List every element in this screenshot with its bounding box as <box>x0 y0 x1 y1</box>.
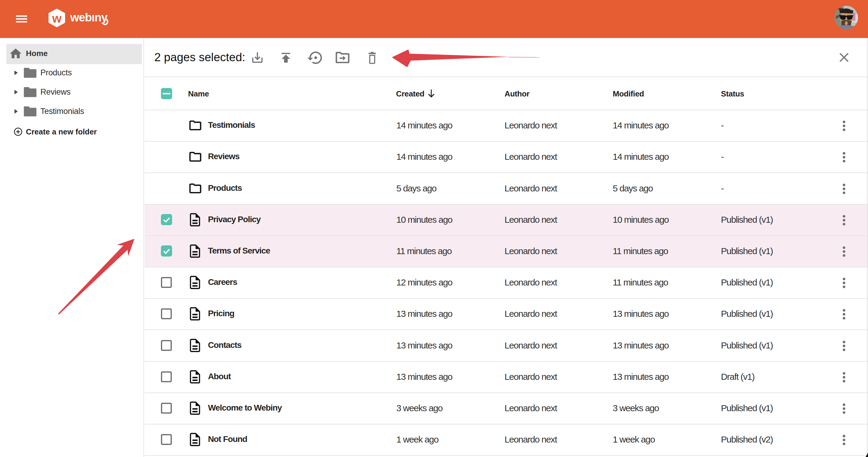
svg-text:w: w <box>52 12 62 25</box>
